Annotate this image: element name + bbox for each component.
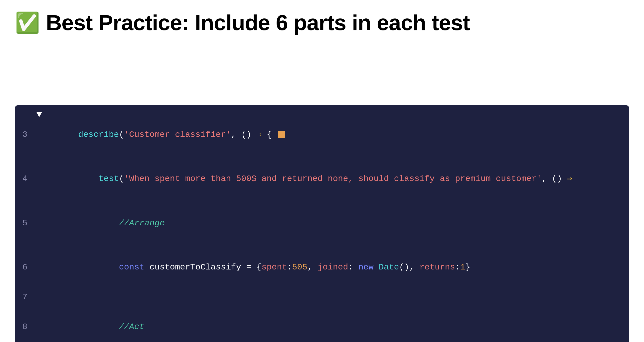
line-number: 5	[15, 216, 35, 231]
line-number: 3	[15, 128, 35, 142]
code-block: 4. 5. 6. 3	[15, 105, 629, 342]
code-line-7: 7	[15, 290, 629, 305]
callouts-row: 1. Unitunder test 2. Scenario	[35, 50, 629, 105]
line-content: //Arrange	[35, 202, 629, 245]
checkmark-emoji: ✅	[15, 13, 40, 33]
line-content: //Act	[35, 305, 629, 342]
code-line-3: 3 describe('Customer classifier', () ⇒ {	[15, 113, 629, 157]
code-section: 1. Unitunder test 2. Scenario	[15, 50, 629, 342]
code-line-6: 6 const customerToClassify = {spent:505,…	[15, 245, 629, 289]
orange-badge	[278, 131, 285, 138]
line-content: test('When spent more than 500$ and retu…	[35, 157, 629, 200]
line-content	[35, 290, 629, 305]
line-number: 6	[15, 260, 35, 275]
code-line-8: 8 //Act	[15, 305, 629, 342]
line-content: const customerToClassify = {spent:505, j…	[35, 246, 629, 289]
header: ✅ Best Practice: Include 6 parts in each…	[15, 10, 629, 35]
line-number: 8	[15, 320, 35, 334]
line-content: describe('Customer classifier', () ⇒ {	[35, 113, 629, 156]
code-line-4: 4 test('When spent more than 500$ and re…	[15, 157, 629, 201]
page-title: Best Practice: Include 6 parts in each t…	[46, 10, 470, 35]
line-number: 7	[15, 290, 35, 305]
line-number: 4	[15, 172, 35, 186]
code-line-5: 5 //Arrange	[15, 201, 629, 245]
